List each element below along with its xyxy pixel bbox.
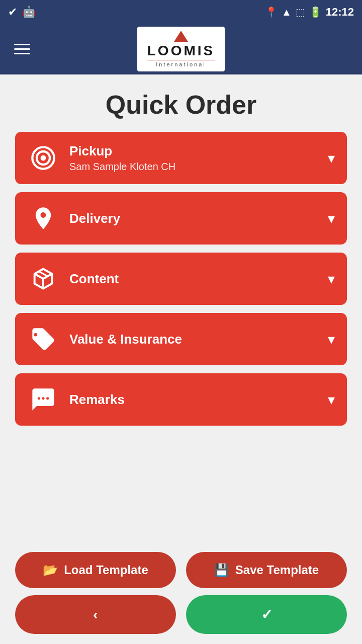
status-right-icons: 📍 ▲ ⬚ 🔋 12:12 xyxy=(265,6,354,19)
accordion-pickup-header[interactable]: Pickup Sam Sample Kloten CH ▾ xyxy=(15,132,347,184)
svg-point-3 xyxy=(38,397,40,399)
pin-icon xyxy=(27,202,59,234)
svg-point-4 xyxy=(42,397,44,399)
wifi-icon: ▲ xyxy=(282,7,292,18)
status-time: 12:12 xyxy=(326,6,354,19)
remarks-chevron-icon: ▾ xyxy=(328,391,335,408)
back-button[interactable]: ‹ xyxy=(15,595,176,634)
nav-buttons-row: ‹ ✓ xyxy=(15,595,347,634)
app-icon-1: ✔ xyxy=(8,6,17,19)
accordion-value-insurance-text: Value & Insurance xyxy=(69,332,318,347)
back-icon: ‹ xyxy=(93,607,98,623)
logo-text: LOOMIS xyxy=(147,43,215,59)
remarks-label: Remarks xyxy=(69,392,318,408)
bottom-area: 📂 Load Template 💾 Save Template ‹ ✓ xyxy=(0,547,362,644)
box-icon xyxy=(27,263,59,295)
accordion-delivery-header[interactable]: Delivery ▾ xyxy=(15,192,347,245)
accordion-remarks-text: Remarks xyxy=(69,392,318,408)
delivery-label: Delivery xyxy=(69,211,318,226)
checkmark-icon: ✓ xyxy=(261,606,273,623)
load-template-button[interactable]: 📂 Load Template xyxy=(15,552,176,588)
accordion-remarks[interactable]: Remarks ▾ xyxy=(15,373,347,426)
menu-line-1 xyxy=(14,44,30,45)
accordion-content-header[interactable]: Content ▾ xyxy=(15,253,347,305)
save-template-button[interactable]: 💾 Save Template xyxy=(186,552,347,588)
target-icon xyxy=(27,142,59,174)
logo-subtitle: International xyxy=(147,60,215,67)
top-bar: LOOMIS International xyxy=(0,24,362,74)
logo: LOOMIS International xyxy=(137,27,225,71)
content-label: Content xyxy=(69,271,318,287)
value-insurance-chevron-icon: ▾ xyxy=(328,331,335,348)
pickup-chevron-icon: ▾ xyxy=(328,150,335,167)
accordion-value-insurance[interactable]: Value & Insurance ▾ xyxy=(15,313,347,365)
template-buttons-row: 📂 Load Template 💾 Save Template xyxy=(15,552,347,588)
menu-line-3 xyxy=(14,53,30,54)
logo-triangle xyxy=(174,31,188,42)
svg-point-2 xyxy=(41,155,46,161)
accordion-pickup-text: Pickup Sam Sample Kloten CH xyxy=(69,143,318,173)
accordion-content-text: Content xyxy=(69,271,318,287)
accordion-value-insurance-header[interactable]: Value & Insurance ▾ xyxy=(15,313,347,365)
status-left-icons: ✔ 🤖 xyxy=(8,6,36,19)
page-title: Quick Order xyxy=(15,90,347,120)
accordion-remarks-header[interactable]: Remarks ▾ xyxy=(15,373,347,426)
menu-line-2 xyxy=(14,48,30,50)
content-chevron-icon: ▾ xyxy=(328,271,335,287)
app-icon-2: 🤖 xyxy=(22,6,36,19)
save-template-icon: 💾 xyxy=(214,563,229,577)
battery-icon: 🔋 xyxy=(309,6,322,18)
accordion-delivery[interactable]: Delivery ▾ xyxy=(15,192,347,245)
signal-icon: ⬚ xyxy=(296,6,305,18)
accordion-pickup[interactable]: Pickup Sam Sample Kloten CH ▾ xyxy=(15,132,347,184)
save-template-label: Save Template xyxy=(235,563,319,577)
value-insurance-label: Value & Insurance xyxy=(69,332,318,347)
pickup-label: Pickup xyxy=(69,143,318,159)
menu-button[interactable] xyxy=(10,40,34,58)
accordion-content[interactable]: Content ▾ xyxy=(15,253,347,305)
load-template-icon: 📂 xyxy=(43,563,58,577)
load-template-label: Load Template xyxy=(64,563,148,577)
next-button[interactable]: ✓ xyxy=(186,595,347,634)
status-bar: ✔ 🤖 📍 ▲ ⬚ 🔋 12:12 xyxy=(0,0,362,24)
pickup-sublabel: Sam Sample Kloten CH xyxy=(69,161,318,173)
chat-icon xyxy=(27,383,59,416)
svg-point-5 xyxy=(46,397,49,399)
tag-icon xyxy=(27,323,59,355)
accordion-delivery-text: Delivery xyxy=(69,211,318,226)
delivery-chevron-icon: ▾ xyxy=(328,210,335,227)
main-content: Quick Order Pickup Sam Sample Kloten CH … xyxy=(0,74,362,547)
location-icon: 📍 xyxy=(265,6,278,18)
